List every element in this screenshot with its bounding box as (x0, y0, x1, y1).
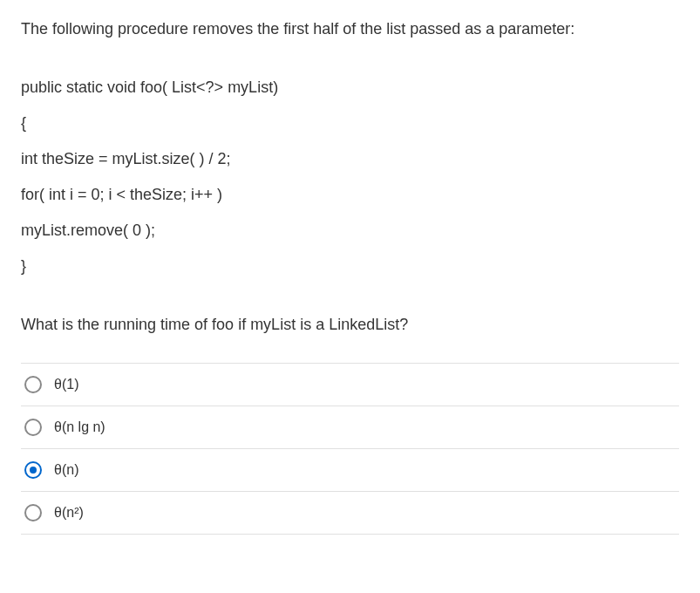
option-1[interactable]: θ(1) (21, 363, 679, 406)
options-group: θ(1) θ(n lg n) θ(n) θ(n²) (21, 363, 679, 535)
radio-icon (24, 504, 42, 521)
code-line: int theSize = myList.size( ) / 2; (21, 147, 679, 171)
question-intro: The following procedure removes the firs… (21, 17, 679, 41)
option-label: θ(n lg n) (54, 417, 105, 438)
option-2[interactable]: θ(n lg n) (21, 406, 679, 449)
radio-icon (24, 419, 42, 436)
option-3[interactable]: θ(n) (21, 449, 679, 492)
radio-icon (24, 461, 42, 479)
code-line: public static void foo( List<?> myList) (21, 76, 679, 99)
code-line: } (21, 255, 679, 278)
option-label: θ(1) (54, 374, 78, 395)
radio-icon (24, 376, 42, 393)
code-line: { (21, 112, 679, 135)
code-line: for( int i = 0; i < theSize; i++ ) (21, 183, 679, 207)
code-block: public static void foo( List<?> myList) … (21, 76, 679, 278)
code-line: myList.remove( 0 ); (21, 219, 679, 242)
option-label: θ(n) (54, 460, 78, 481)
sub-question: What is the running time of foo if myLis… (21, 313, 679, 337)
option-label: θ(n²) (54, 502, 84, 523)
option-4[interactable]: θ(n²) (21, 492, 679, 535)
